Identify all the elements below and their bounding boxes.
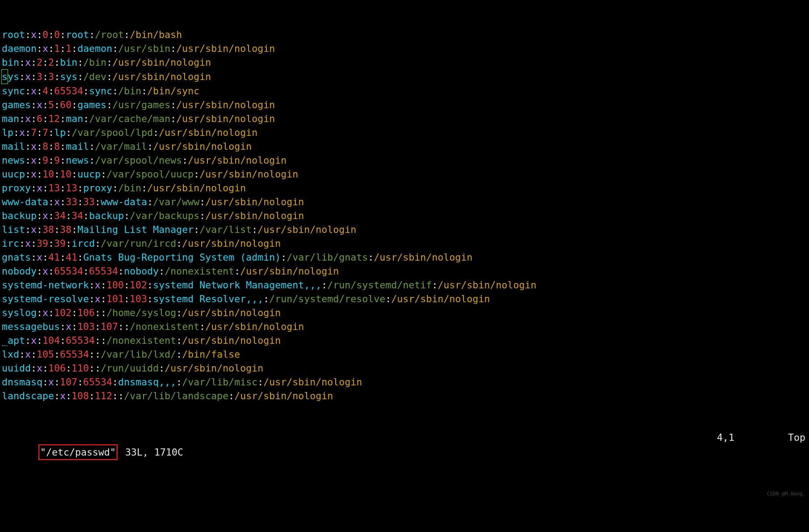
gecos: bin — [60, 57, 77, 68]
terminal-viewport[interactable]: root:x:0:0:root:/root:/bin/bashdaemon:x:… — [0, 0, 809, 502]
file-stats: 33L, 1710C — [119, 447, 183, 458]
home-dir: /usr/games — [112, 99, 170, 110]
gid: 34 — [72, 210, 83, 221]
password-field: x — [31, 29, 37, 40]
gid: 38 — [60, 224, 72, 235]
gecos: root — [66, 29, 89, 40]
home-dir: /run/systemd/resolve — [269, 293, 385, 304]
uid: 5 — [48, 99, 54, 110]
home-dir: /usr/sbin — [118, 43, 170, 54]
login-shell: /usr/sbin/nologin — [112, 71, 211, 82]
uid: 104 — [42, 335, 60, 346]
login-shell: /bin/false — [182, 349, 240, 360]
passwd-entry: _apt:x:104:65534::/nonexistent:/usr/sbin… — [2, 334, 807, 347]
password-field: x — [31, 141, 37, 152]
password-field: x — [25, 349, 31, 360]
gid: 10 — [60, 169, 72, 180]
uid: 103 — [77, 321, 95, 332]
password-field: x — [95, 293, 101, 304]
home-dir: /var/www — [153, 196, 199, 207]
uid: 101 — [106, 293, 124, 304]
passwd-entry: landscape:x:108:112::/var/lib/landscape:… — [2, 389, 807, 403]
uid: 4 — [42, 85, 48, 97]
password-field: x — [37, 252, 42, 263]
gid: 106 — [77, 307, 95, 318]
login-shell: /usr/sbin/nologin — [205, 321, 304, 332]
filename-highlight-box: "/etc/passwd" — [38, 444, 118, 460]
password-field: x — [60, 390, 66, 401]
gid: 0 — [54, 29, 60, 40]
passwd-entry: uucp:x:10:10:uucp:/var/spool/uucp:/usr/s… — [2, 167, 807, 181]
username: root — [2, 29, 25, 40]
login-shell: /usr/sbin/nologin — [182, 307, 281, 318]
home-dir: /nonexistent — [164, 266, 234, 277]
password-field: x — [31, 224, 37, 235]
home-dir: /var/run/ircd — [101, 238, 176, 249]
login-shell: /usr/sbin/nologin — [176, 99, 275, 110]
passwd-entry: sys:x:3:3:sys:/dev:/usr/sbin/nologin — [2, 69, 807, 84]
gid: 103 — [130, 293, 147, 304]
passwd-entry: gnats:x:41:41:Gnats Bug-Reporting System… — [2, 250, 807, 264]
username: syslog — [2, 307, 37, 318]
login-shell: /usr/sbin/nologin — [147, 182, 246, 194]
home-dir: /bin — [118, 85, 141, 97]
passwd-entry: uuidd:x:106:110::/run/uuidd:/usr/sbin/no… — [2, 361, 807, 375]
username: list — [2, 224, 25, 235]
username: www-data — [2, 196, 48, 207]
password-field: x — [42, 210, 48, 221]
username: backup — [2, 210, 37, 221]
login-shell: /usr/sbin/nologin — [153, 141, 252, 152]
password-field: x — [66, 321, 72, 332]
password-field: x — [25, 57, 31, 68]
uid: 41 — [48, 252, 60, 263]
home-dir: /home/syslog — [106, 307, 176, 318]
watermark-text: CSDN @M.Wang. — [767, 487, 805, 501]
passwd-entry: proxy:x:13:13:proxy:/bin:/usr/sbin/nolog… — [2, 181, 807, 195]
uid: 33 — [66, 196, 77, 207]
gid: 13 — [66, 182, 77, 194]
home-dir: /nonexistent — [130, 321, 199, 332]
gecos: uucp — [77, 169, 101, 180]
uid: 1 — [54, 43, 60, 54]
gecos: man — [66, 113, 83, 124]
passwd-entry: www-data:x:33:33:www-data:/var/www:/usr/… — [2, 195, 807, 209]
home-dir: /var/spool/news — [95, 155, 182, 166]
gid: 65534 — [66, 335, 95, 346]
gid: 9 — [54, 155, 60, 166]
uid: 9 — [42, 155, 48, 166]
home-dir: /var/mail — [95, 141, 147, 152]
password-field: x — [31, 335, 37, 346]
login-shell: /usr/sbin/nologin — [391, 293, 490, 304]
gecos: systemd Resolver,,, — [153, 293, 263, 304]
username: systemd-resolve — [2, 293, 89, 304]
home-dir: /var/spool/uucp — [106, 169, 194, 180]
username: _apt — [2, 335, 25, 346]
login-shell: /usr/sbin/nologin — [176, 113, 275, 124]
gecos: systemd Network Management,,, — [153, 279, 321, 291]
login-shell: /usr/sbin/nologin — [112, 57, 211, 68]
uid: 10 — [42, 169, 54, 180]
username: ys — [8, 71, 19, 82]
login-shell: /usr/sbin/nologin — [176, 43, 275, 54]
gid: 41 — [66, 252, 77, 263]
login-shell: /bin/sync — [147, 85, 199, 97]
username: games — [2, 99, 31, 110]
password-field: x — [42, 43, 48, 54]
gecos: news — [66, 155, 89, 166]
vim-status-line: "/etc/passwd" 33L, 1710C 4,1 Top — [2, 431, 807, 474]
username: lxd — [2, 349, 19, 360]
uid: 108 — [72, 390, 89, 401]
passwd-entry: backup:x:34:34:backup:/var/backups:/usr/… — [2, 209, 807, 223]
login-shell: /usr/sbin/nologin — [159, 127, 257, 138]
password-field: x — [37, 99, 42, 110]
password-field: x — [37, 363, 42, 374]
username: dnsmasq — [2, 376, 42, 388]
login-shell: /usr/sbin/nologin — [205, 210, 304, 221]
gecos: Mailing List Manager — [77, 224, 194, 235]
cursor-position: 4,1 — [717, 431, 734, 444]
home-dir: /var/lib/misc — [182, 376, 257, 388]
password-field: x — [54, 196, 60, 207]
username: sync — [2, 85, 25, 97]
uid: 39 — [37, 238, 48, 249]
username: messagebus — [2, 321, 60, 332]
